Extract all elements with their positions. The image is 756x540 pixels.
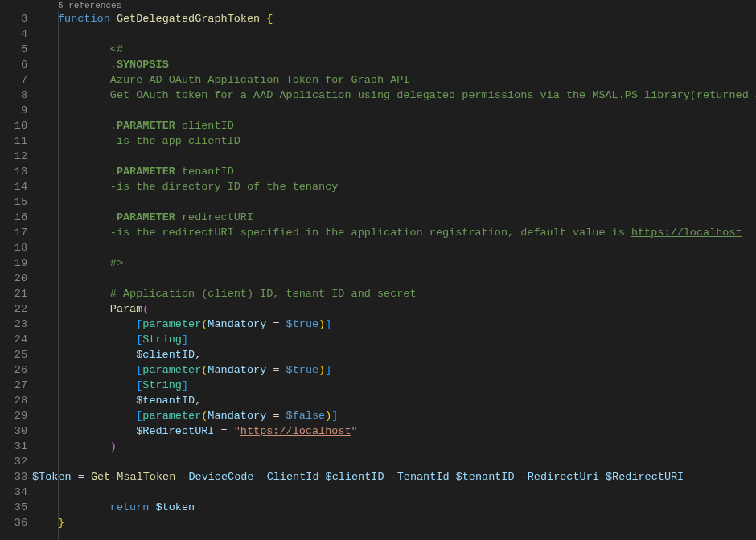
keyword-param: Param (110, 303, 143, 315)
line-number: 36 (0, 515, 27, 530)
line-number: 33 (0, 469, 27, 485)
line-number: 4 (0, 27, 27, 42)
var-clientid: $clientID (136, 349, 195, 361)
line-number: 6 (0, 57, 27, 72)
code-line[interactable] (32, 240, 756, 256)
type-string: String (142, 333, 182, 346)
line-number: 13 (0, 164, 27, 179)
paren: ) (110, 440, 117, 452)
code-line[interactable] (32, 149, 756, 164)
line-number: 34 (0, 485, 27, 500)
url-link[interactable]: https://localhost (240, 425, 351, 437)
code-area[interactable]: 5 references function GetDelegatedGraphT… (32, 0, 756, 540)
line-number: 28 (0, 393, 27, 408)
line-number: 9 (0, 103, 27, 118)
code-line[interactable]: return $token (32, 500, 756, 515)
doc-keyword: PARAMETER (117, 211, 175, 223)
code-line[interactable] (32, 485, 756, 500)
doc-keyword: PARAMETER (117, 120, 175, 132)
code-line[interactable]: Param( (32, 301, 756, 317)
code-line[interactable]: -is the directory ID of the tenancy (32, 179, 756, 194)
code-line[interactable]: [String] (32, 378, 756, 393)
code-line[interactable]: .PARAMETER redirectURI (32, 210, 756, 225)
line-number: 3 (0, 11, 27, 27)
code-line[interactable]: .SYNOPSIS (32, 57, 756, 72)
line-number: 19 (0, 256, 27, 271)
code-line[interactable]: $RedirectURI = "https://localhost" (32, 423, 756, 439)
line-number: 18 (0, 240, 27, 256)
code-line[interactable]: #> (32, 256, 756, 271)
attr-parameter: parameter (142, 410, 201, 422)
code-line[interactable] (32, 27, 756, 42)
line-number: 30 (0, 423, 27, 439)
code-line[interactable] (32, 271, 756, 286)
code-line[interactable] (32, 194, 756, 210)
code-line[interactable]: function GetDelegatedGraphToken { (32, 11, 756, 27)
var-token: $Token (32, 471, 72, 483)
code-line[interactable]: <# (32, 42, 756, 57)
code-line[interactable]: Get OAuth token for a AAD Application us… (32, 88, 756, 103)
line-number: 7 (0, 72, 27, 88)
code-line[interactable]: $Token = Get-MsalToken -DeviceCode -Clie… (32, 469, 756, 485)
line-number: 11 (0, 133, 27, 149)
line-number: 10 (0, 118, 27, 133)
line-number: 23 (0, 317, 27, 332)
line-number: 20 (0, 271, 27, 286)
attr-parameter: parameter (142, 364, 201, 376)
code-line[interactable]: -is the app clientID (32, 133, 756, 149)
line-number: 16 (0, 210, 27, 225)
line-number: 17 (0, 225, 27, 240)
code-line[interactable]: -is the redirectURI specified in the app… (32, 225, 756, 240)
code-line[interactable]: } (32, 515, 756, 530)
line-number: 5 (0, 42, 27, 57)
code-line[interactable]: Azure AD OAuth Application Token for Gra… (32, 72, 756, 88)
line-number: 35 (0, 500, 27, 515)
code-line[interactable]: [String] (32, 332, 756, 347)
code-editor[interactable]: 3 4 5 6 7 8 9 10 11 12 13 14 15 16 17 18… (0, 0, 756, 540)
line-number: 14 (0, 179, 27, 194)
line-number: 27 (0, 378, 27, 393)
keyword-return: return (110, 501, 150, 513)
code-line[interactable]: [parameter(Mandatory = $true)] (32, 317, 756, 332)
function-name: GetDelegatedGraphToken (117, 13, 260, 25)
line-number: 24 (0, 332, 27, 347)
line-number: 12 (0, 149, 27, 164)
type-string: String (142, 379, 182, 391)
url-link[interactable]: https://localhost (631, 227, 742, 239)
brace: { (260, 13, 273, 25)
codelens-references[interactable]: 5 references (32, 0, 756, 11)
code-line[interactable]: $clientID, (32, 347, 756, 362)
line-number: 31 (0, 439, 27, 454)
var-redirecturi: $RedirectURI (136, 425, 214, 437)
line-number: 29 (0, 408, 27, 423)
line-number: 26 (0, 362, 27, 378)
cmdlet-getmsaltoken: Get-MsalToken (91, 471, 175, 483)
line-number: 32 (0, 454, 27, 469)
doc-keyword: PARAMETER (117, 166, 175, 178)
line-number: 21 (0, 286, 27, 301)
code-line[interactable] (32, 454, 756, 469)
code-line[interactable]: .PARAMETER tenantID (32, 164, 756, 179)
code-line[interactable] (32, 103, 756, 118)
attr-parameter: parameter (142, 318, 201, 330)
var-tenantid: $tenantID (136, 395, 195, 407)
code-line[interactable]: $tenantID, (32, 393, 756, 408)
code-line[interactable]: [parameter(Mandatory = $true)] (32, 362, 756, 378)
line-number: 8 (0, 88, 27, 103)
line-number: 25 (0, 347, 27, 362)
code-line[interactable]: ) (32, 439, 756, 454)
doc-keyword: SYNOPSIS (117, 59, 169, 71)
var-token: $token (156, 501, 195, 513)
line-number: 22 (0, 301, 27, 317)
line-number: 15 (0, 194, 27, 210)
line-number-gutter: 3 4 5 6 7 8 9 10 11 12 13 14 15 16 17 18… (0, 0, 32, 540)
brace: } (58, 517, 64, 529)
keyword-function: function (58, 13, 110, 25)
code-line[interactable]: .PARAMETER clientID (32, 118, 756, 133)
paren: ( (142, 303, 149, 315)
code-line[interactable]: [parameter(Mandatory = $false)] (32, 408, 756, 423)
code-line[interactable]: # Application (client) ID, tenant ID and… (32, 286, 756, 301)
